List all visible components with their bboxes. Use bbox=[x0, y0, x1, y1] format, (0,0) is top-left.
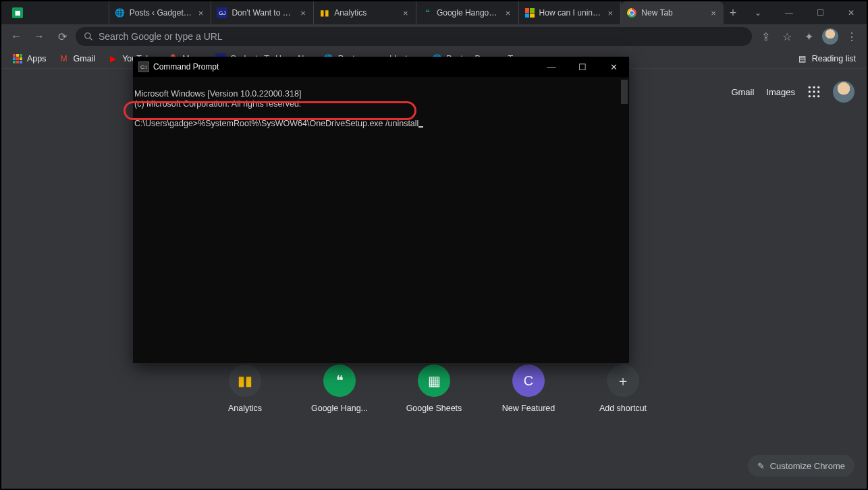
chrome-close-button[interactable]: ✕ bbox=[836, 1, 867, 24]
sheets-icon: ▦ bbox=[418, 364, 450, 397]
analytics-icon: ▮▮ bbox=[229, 364, 261, 397]
globe-icon: 🌐 bbox=[115, 7, 126, 18]
chrome-tab-strip: ▦ 🌐 Posts ‹ Gadgets To Use — × GJ Don't … bbox=[1, 1, 867, 24]
bookmark-star-icon[interactable]: ☆ bbox=[778, 27, 796, 46]
images-link[interactable]: Images bbox=[766, 87, 795, 97]
share-icon[interactable]: ⇪ bbox=[756, 27, 775, 46]
svg-point-4 bbox=[817, 86, 819, 88]
tab-title: Don't Want to See YouTu bbox=[232, 8, 294, 18]
svg-point-0 bbox=[85, 33, 90, 38]
shortcut-label: New Featured bbox=[502, 404, 555, 413]
pencil-icon: ✎ bbox=[757, 461, 765, 471]
tab-close-icon[interactable]: × bbox=[298, 8, 308, 18]
chrome-menu-icon[interactable]: ⋮ bbox=[842, 27, 861, 46]
chrome-chevron-down-icon[interactable]: ⌄ bbox=[742, 1, 774, 24]
chrome-maximize-button[interactable]: ☐ bbox=[805, 1, 836, 24]
cursor-icon bbox=[418, 126, 423, 128]
circle-icon: C bbox=[512, 364, 545, 397]
cmd-minimize-button[interactable]: ― bbox=[536, 57, 567, 77]
chrome-window-controls: ⌄ ― ☐ ✕ bbox=[742, 1, 867, 24]
ntp-top-right: Gmail Images bbox=[731, 81, 855, 103]
apps-icon bbox=[12, 53, 23, 64]
tab-posts-gtu[interactable]: 🌐 Posts ‹ Gadgets To Use — × bbox=[109, 1, 212, 24]
svg-point-6 bbox=[813, 90, 815, 92]
hangouts-icon: ❝ bbox=[323, 364, 356, 397]
back-button[interactable]: ← bbox=[7, 27, 26, 46]
tab-sheets[interactable]: ▦ bbox=[7, 1, 109, 24]
gmail-link[interactable]: Gmail bbox=[731, 87, 754, 97]
cmd-command: %SystemRoot%\SysWOW64\OneDriveSetup.exe … bbox=[198, 119, 418, 128]
cmd-titlebar[interactable]: C:\ Command Prompt ― ☐ ✕ bbox=[133, 57, 629, 77]
forward-button[interactable]: → bbox=[30, 27, 49, 46]
reading-list-icon: ▤ bbox=[797, 53, 808, 64]
tab-close-icon[interactable]: × bbox=[401, 8, 410, 18]
svg-point-8 bbox=[809, 95, 811, 97]
reload-button[interactable]: ⟳ bbox=[53, 27, 72, 46]
tab-title: Google Hangouts bbox=[437, 8, 499, 18]
customize-label: Customize Chrome bbox=[770, 461, 845, 471]
google-apps-icon[interactable] bbox=[807, 85, 821, 99]
shortcut-sheets[interactable]: ▦ Google Sheets bbox=[403, 364, 465, 413]
svg-point-5 bbox=[809, 90, 811, 92]
svg-point-2 bbox=[809, 86, 811, 88]
shortcut-analytics[interactable]: ▮▮ Analytics bbox=[214, 364, 276, 413]
bookmark-apps[interactable]: Apps bbox=[7, 51, 52, 67]
gmail-icon: M bbox=[59, 53, 70, 64]
cmd-prompt: C:\Users\gadge> bbox=[134, 119, 198, 128]
plus-icon: ＋ bbox=[607, 364, 639, 397]
cmd-body[interactable]: Microsoft Windows [Version 10.0.22000.31… bbox=[133, 77, 629, 363]
tab-title: How can I uninstall OneD bbox=[539, 8, 602, 18]
tab-close-icon[interactable]: × bbox=[504, 8, 513, 18]
new-tab-button[interactable]: + bbox=[724, 1, 742, 24]
customize-chrome-button[interactable]: ✎ Customize Chrome bbox=[748, 455, 855, 477]
svg-point-7 bbox=[817, 90, 819, 92]
bookmark-label: Gmail bbox=[74, 54, 96, 63]
tab-title: Analytics bbox=[334, 8, 397, 18]
profile-avatar[interactable] bbox=[821, 27, 840, 46]
account-avatar[interactable] bbox=[833, 81, 855, 103]
shortcut-label: Analytics bbox=[228, 404, 262, 413]
tab-title: Posts ‹ Gadgets To Use — bbox=[130, 8, 192, 18]
shortcut-add[interactable]: ＋ Add shortcut bbox=[592, 364, 654, 413]
cmd-scrollbar[interactable] bbox=[621, 80, 628, 104]
svg-point-9 bbox=[813, 95, 815, 97]
bookmark-gmail[interactable]: M Gmail bbox=[53, 51, 101, 67]
tab-new-tab[interactable]: New Tab × bbox=[621, 1, 724, 24]
shortcut-label: Google Sheets bbox=[406, 404, 462, 413]
tab-onedrive-uninstall[interactable]: How can I uninstall OneD × bbox=[519, 1, 622, 24]
extensions-icon[interactable]: ✦ bbox=[799, 27, 818, 46]
tab-analytics[interactable]: ▮▮ Analytics × bbox=[314, 1, 416, 24]
chrome-icon bbox=[626, 7, 637, 18]
shortcut-label: Add shortcut bbox=[599, 404, 647, 413]
shortcut-label: Google Hang... bbox=[311, 404, 368, 413]
cmd-close-button[interactable]: ✕ bbox=[598, 57, 629, 77]
shortcut-hangouts[interactable]: ❝ Google Hang... bbox=[308, 364, 371, 413]
chrome-minimize-button[interactable]: ― bbox=[774, 1, 805, 24]
youtube-icon: ▶ bbox=[107, 53, 118, 64]
cmd-line: Microsoft Windows [Version 10.0.22000.31… bbox=[134, 89, 301, 99]
tab-close-icon[interactable]: × bbox=[709, 8, 718, 18]
tab-title: New Tab bbox=[641, 8, 705, 18]
search-icon bbox=[84, 32, 93, 41]
tab-youtube-article[interactable]: GJ Don't Want to See YouTu × bbox=[211, 1, 314, 24]
hangouts-icon: ❝ bbox=[422, 7, 433, 18]
tab-close-icon[interactable]: × bbox=[605, 8, 615, 18]
svg-point-10 bbox=[817, 95, 819, 97]
cmd-icon: C:\ bbox=[138, 61, 149, 72]
bookmark-label: Apps bbox=[27, 54, 47, 63]
cmd-title: Command Prompt bbox=[153, 62, 219, 72]
tab-hangouts[interactable]: ❝ Google Hangouts × bbox=[416, 1, 519, 24]
reading-list[interactable]: ▤ Reading list bbox=[792, 51, 861, 67]
shortcut-new-featured[interactable]: C New Featured bbox=[497, 364, 560, 413]
bookmark-label: Reading list bbox=[812, 54, 856, 63]
gtu-icon: GJ bbox=[217, 7, 227, 18]
svg-line-1 bbox=[90, 38, 92, 40]
chrome-toolbar: ← → ⟳ Search Google or type a URL ⇪ ☆ ✦ … bbox=[1, 24, 867, 49]
annotation-highlight bbox=[124, 101, 416, 120]
ntp-shortcuts: ▮▮ Analytics ❝ Google Hang... ▦ Google S… bbox=[214, 364, 654, 413]
microsoft-icon bbox=[524, 7, 535, 18]
cmd-maximize-button[interactable]: ☐ bbox=[567, 57, 598, 77]
omnibox[interactable]: Search Google or type a URL bbox=[76, 27, 752, 46]
analytics-icon: ▮▮ bbox=[319, 7, 330, 18]
tab-close-icon[interactable]: × bbox=[196, 8, 205, 18]
